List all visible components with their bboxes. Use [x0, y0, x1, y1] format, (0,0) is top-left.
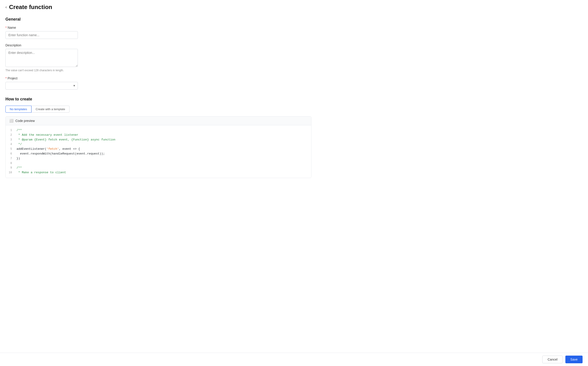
- tab-no-templates[interactable]: No templates: [5, 106, 31, 113]
- description-input[interactable]: [5, 49, 78, 67]
- footer-actions: Cancel Save: [0, 353, 588, 366]
- line-content: event.respondWith(handleRequest(event.re…: [16, 152, 105, 156]
- name-label-text: Name: [8, 26, 16, 29]
- name-field-group: * Name: [5, 26, 311, 39]
- save-button[interactable]: Save: [565, 356, 583, 363]
- code-line: 6 event.respondWith(handleRequest(event.…: [6, 152, 311, 156]
- line-num: 9: [6, 166, 16, 170]
- description-label-text: Description: [5, 43, 21, 47]
- line-content: addEventListener('fetch', event => {: [16, 147, 80, 152]
- line-num: 2: [6, 133, 16, 137]
- code-preview-container: ⬜ Code preview 1 /** 2 * Add the necessa…: [5, 116, 311, 178]
- code-line: 2 * Add the necessary event listener: [6, 133, 311, 137]
- general-section: General * Name Description The value can…: [5, 17, 311, 90]
- code-line: 10 * Make a response to client: [6, 170, 311, 175]
- code-line: 7 }): [6, 156, 311, 161]
- tab-create-with-template[interactable]: Create with a template: [31, 106, 70, 113]
- code-line: 9 /**: [6, 166, 311, 170]
- line-content: * @param {Event} fetch event, {Function}…: [16, 137, 116, 142]
- page-container: ‹ Create function General * Name Descrip…: [0, 0, 317, 366]
- back-button[interactable]: ‹: [5, 5, 7, 9]
- code-preview-header: ⬜ Code preview: [6, 116, 311, 125]
- general-section-title: General: [5, 17, 311, 22]
- project-field-group: * Project ▼: [5, 76, 311, 90]
- line-num: 6: [6, 152, 16, 156]
- description-hint: The value can't exceed 128 characters in…: [5, 69, 311, 72]
- line-num: 8: [6, 161, 16, 166]
- code-preview-icon: ⬜: [9, 119, 14, 123]
- line-num: 1: [6, 128, 16, 133]
- how-to-create-tabs: No templates Create with a template: [5, 106, 311, 113]
- description-field-group: Description The value can't exceed 128 c…: [5, 43, 311, 72]
- name-required-star: *: [5, 26, 7, 29]
- how-to-create-section: How to create No templates Create with a…: [5, 97, 311, 178]
- line-content: /**: [16, 128, 22, 133]
- line-num: 5: [6, 147, 16, 151]
- line-num: 4: [6, 142, 16, 147]
- name-label: * Name: [5, 26, 311, 29]
- code-line: 8: [6, 161, 311, 166]
- line-content: * Make a response to client: [16, 170, 66, 175]
- line-num: 10: [6, 171, 16, 175]
- project-select-wrapper: ▼: [5, 82, 78, 90]
- code-preview-title: Code preview: [15, 119, 35, 122]
- line-content: /**: [16, 166, 22, 170]
- cancel-button[interactable]: Cancel: [542, 356, 563, 363]
- description-label: Description: [5, 43, 311, 47]
- code-body: 1 /** 2 * Add the necessary event listen…: [6, 125, 311, 178]
- line-content: [16, 161, 18, 166]
- how-to-create-title: How to create: [5, 97, 311, 102]
- line-num: 3: [6, 138, 16, 142]
- code-line: 3 * @param {Event} fetch event, {Functio…: [6, 137, 311, 142]
- name-input[interactable]: [5, 31, 78, 39]
- line-content: * Add the necessary event listener: [16, 133, 78, 137]
- page-title: Create function: [9, 4, 52, 11]
- code-line: 5 addEventListener('fetch', event => {: [6, 147, 311, 152]
- line-num: 7: [6, 157, 16, 161]
- project-required-star: *: [5, 76, 7, 80]
- project-select[interactable]: [5, 82, 78, 90]
- project-label: * Project: [5, 76, 311, 80]
- code-line: 1 /**: [6, 128, 311, 133]
- page-header: ‹ Create function: [5, 4, 311, 11]
- code-line: 4 */: [6, 142, 311, 147]
- line-content: }): [16, 156, 20, 161]
- project-label-text: Project: [8, 76, 17, 80]
- line-content: */: [16, 142, 22, 147]
